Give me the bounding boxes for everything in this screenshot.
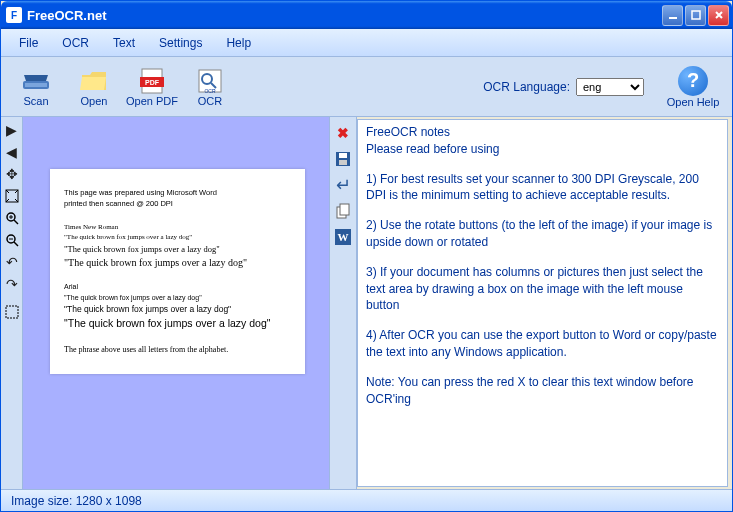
image-panel: This page was prepared using Microsoft W… <box>23 117 329 489</box>
content-area: ▶ ◀ ✥ ↶ ↷ This page was prepared using M… <box>1 117 732 489</box>
svg-rect-0 <box>669 17 677 19</box>
svg-rect-3 <box>25 83 47 87</box>
notes-subtitle: Please read before using <box>366 142 499 156</box>
menu-help[interactable]: Help <box>216 32 261 54</box>
clear-text-button[interactable]: ✖ <box>333 123 353 143</box>
doc-h1: This page was prepared using Microsoft W… <box>64 187 297 198</box>
left-toolbar: ▶ ◀ ✥ ↶ ↷ <box>1 117 23 489</box>
folder-icon <box>78 67 110 95</box>
notes-p2: 2) Use the rotate buttons (to the left o… <box>366 217 719 251</box>
doc-footer: The phrase above uses all letters from t… <box>64 344 297 356</box>
app-window: F FreeOCR.net File OCR Text Settings Hel… <box>0 0 733 512</box>
doc-l2: "The quick brown fox jumps over a lazy d… <box>64 243 297 256</box>
menu-text[interactable]: Text <box>103 32 145 54</box>
arrow-left-icon[interactable]: ◀ <box>3 143 21 161</box>
ocr-label: OCR <box>198 95 222 107</box>
mid-toolbar: ✖ ↵ W <box>329 117 357 489</box>
help-label: Open Help <box>667 96 720 108</box>
doc-l5: "The quick brown fox jumps over a lazy d… <box>64 303 297 316</box>
statusbar: Image size: 1280 x 1098 <box>1 489 732 511</box>
status-text: Image size: 1280 x 1098 <box>11 494 142 508</box>
language-label: OCR Language: <box>483 80 570 94</box>
help-icon: ? <box>678 66 708 96</box>
select-icon[interactable] <box>3 303 21 321</box>
doc-font2: Arial <box>64 282 297 293</box>
window-controls <box>662 5 729 26</box>
open-pdf-label: Open PDF <box>126 95 178 107</box>
svg-rect-1 <box>692 11 700 19</box>
app-icon: F <box>6 7 22 23</box>
open-help-button[interactable]: ? Open Help <box>660 60 726 114</box>
close-button[interactable] <box>708 5 729 26</box>
maximize-button[interactable] <box>685 5 706 26</box>
rotate-cw-icon[interactable]: ↷ <box>3 275 21 293</box>
doc-font1: Times New Roman <box>64 222 297 233</box>
arrow-right-icon[interactable]: ▶ <box>3 121 21 139</box>
doc-l1: "The quick brown fox jumps over a lazy d… <box>64 232 297 243</box>
doc-l6: "The quick brown fox jumps over a lazy d… <box>64 316 297 332</box>
menu-ocr[interactable]: OCR <box>52 32 99 54</box>
titlebar: F FreeOCR.net <box>1 1 732 29</box>
notes-p3: 3) If your document has columns or pictu… <box>366 264 719 314</box>
open-button[interactable]: Open <box>65 60 123 114</box>
rotate-ccw-icon[interactable]: ↶ <box>3 253 21 271</box>
language-select[interactable]: eng <box>576 78 644 96</box>
text-output-panel[interactable]: FreeOCR notesPlease read before using 1)… <box>357 119 728 487</box>
menu-settings[interactable]: Settings <box>149 32 212 54</box>
language-area: OCR Language: eng <box>483 78 644 96</box>
undo-icon[interactable]: ↵ <box>333 175 353 195</box>
scanned-page: This page was prepared using Microsoft W… <box>50 169 305 374</box>
svg-rect-19 <box>6 306 18 318</box>
minimize-button[interactable] <box>662 5 683 26</box>
svg-line-17 <box>14 242 18 246</box>
svg-text:W: W <box>338 231 349 243</box>
doc-l3: "The quick brown fox jumps over a lazy d… <box>64 255 297 270</box>
menubar: File OCR Text Settings Help <box>1 29 732 57</box>
save-icon[interactable] <box>333 149 353 169</box>
zoom-in-icon[interactable] <box>3 209 21 227</box>
word-export-icon[interactable]: W <box>333 227 353 247</box>
ocr-button[interactable]: OCR OCR <box>181 60 239 114</box>
doc-h2: printed then scanned @ 200 DPI <box>64 198 297 209</box>
svg-line-13 <box>14 220 18 224</box>
svg-text:OCR: OCR <box>204 88 216 94</box>
copy-icon[interactable] <box>333 201 353 221</box>
notes-note: Note: You can press the red X to clear t… <box>366 374 719 408</box>
notes-p4: 4) After OCR you can use the export butt… <box>366 327 719 361</box>
doc-l4: "The quick brown fox jumps over a lazy d… <box>64 293 297 304</box>
svg-rect-24 <box>340 204 349 215</box>
pdf-icon: PDF <box>136 67 168 95</box>
notes-title: FreeOCR notes <box>366 125 450 139</box>
scan-button[interactable]: Scan <box>7 60 65 114</box>
scanner-icon <box>20 67 52 95</box>
image-viewport[interactable]: This page was prepared using Microsoft W… <box>25 119 327 487</box>
open-pdf-button[interactable]: PDF Open PDF <box>123 60 181 114</box>
scan-label: Scan <box>23 95 48 107</box>
svg-text:PDF: PDF <box>145 79 160 86</box>
toolbar: Scan Open PDF Open PDF OCR OCR OCR Langu… <box>1 57 732 117</box>
zoom-out-icon[interactable] <box>3 231 21 249</box>
svg-rect-21 <box>339 153 347 158</box>
menu-file[interactable]: File <box>9 32 48 54</box>
fit-icon[interactable] <box>3 187 21 205</box>
open-label: Open <box>81 95 108 107</box>
window-title: FreeOCR.net <box>27 8 662 23</box>
notes-p1: 1) For best results set your scanner to … <box>366 171 719 205</box>
ocr-icon: OCR <box>194 67 226 95</box>
move-icon[interactable]: ✥ <box>3 165 21 183</box>
svg-rect-22 <box>339 160 347 165</box>
